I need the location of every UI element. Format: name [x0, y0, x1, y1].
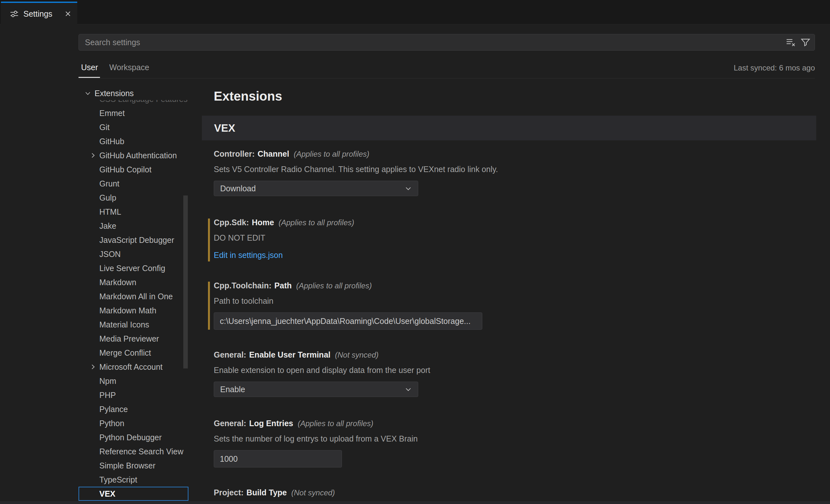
toc-item-typescript[interactable]: TypeScript: [78, 473, 188, 487]
setting-label: Project: Build Type (Not synced): [214, 488, 804, 499]
modified-indicator: [208, 219, 210, 261]
setting-cpp-toolchain-path: Cpp.Toolchain: Path (Applies to all prof…: [202, 281, 804, 330]
setting-description: Sets the number of log entrys to upload …: [214, 434, 804, 445]
setting-project-build-type: Project: Build Type (Not synced): [202, 488, 804, 499]
setting-label: General: Enable User Terminal (Not synce…: [214, 350, 804, 361]
toc-item-microsoft-account[interactable]: Microsoft Account: [78, 360, 188, 374]
setting-label: Cpp.Sdk: Home (Applies to all profiles): [214, 218, 804, 229]
edit-in-settings-json-link: Edit in settings.json: [214, 251, 804, 261]
settings-sliders-icon: [10, 10, 19, 18]
settings-body: Extensions VEX Controller: Channel (Appl…: [202, 87, 816, 501]
chevron-down-icon: [404, 184, 413, 193]
toolchain-path-input[interactable]: [214, 312, 482, 330]
tab-workspace[interactable]: Workspace: [109, 63, 149, 72]
chevron-right-icon: [89, 152, 97, 159]
next-row-edge: [0, 501, 830, 504]
setting-description: Path to toolchain: [214, 296, 804, 307]
setting-description: Sets V5 Controller Radio Channel. This s…: [214, 165, 804, 176]
close-icon[interactable]: [64, 10, 72, 18]
toc-item-emmet[interactable]: Emmet: [78, 106, 188, 120]
toc-section-extensions[interactable]: Extensions: [78, 87, 189, 100]
setting-label: Cpp.Toolchain: Path (Applies to all prof…: [214, 281, 804, 292]
toc-item-material-icons[interactable]: Material Icons: [78, 317, 188, 332]
toc-rows: CSS Language Features Emmet Git GitHub G…: [78, 92, 188, 501]
setting-description: DO NOT EDIT: [214, 233, 804, 244]
setting-description: Enable extension to open and display dat…: [214, 366, 804, 376]
toc-item-git[interactable]: Git: [78, 120, 188, 134]
toc-item-jake[interactable]: Jake: [78, 219, 188, 233]
toc-item-merge-conflict[interactable]: Merge Conflict: [78, 346, 188, 360]
toc-item-pylance[interactable]: Pylance: [78, 402, 188, 416]
tab-title: Settings: [23, 9, 52, 19]
setting-label: General: Log Entries (Applies to all pro…: [214, 419, 804, 430]
search-actions: [786, 37, 810, 48]
setting-general-enable-user-terminal: General: Enable User Terminal (Not synce…: [202, 350, 804, 397]
settings-scope-row: User Workspace Last synced: 6 mos ago: [0, 51, 830, 80]
toc-item-reference-search-view[interactable]: Reference Search View: [78, 444, 188, 459]
toc-item-github-authentication[interactable]: GitHub Authentication: [78, 148, 188, 162]
toc-item-media-previewer[interactable]: Media Previewer: [78, 332, 188, 346]
section-title: VEX: [214, 122, 235, 134]
toc-item-npm[interactable]: Npm: [78, 374, 188, 388]
search-input[interactable]: [79, 34, 786, 50]
toc-item-live-server-config[interactable]: Live Server Config: [78, 261, 188, 275]
toc-item-github[interactable]: GitHub: [78, 134, 188, 148]
modified-indicator: [208, 282, 210, 330]
setting-cpp-sdk-home: Cpp.Sdk: Home (Applies to all profiles) …: [202, 218, 804, 261]
toc-item-python-debugger[interactable]: Python Debugger: [78, 430, 188, 444]
last-synced-status: Last synced: 6 mos ago: [734, 63, 815, 72]
active-tab-underline: [78, 77, 100, 78]
toc-item-html[interactable]: HTML: [78, 205, 188, 219]
clear-search-results-icon[interactable]: [786, 37, 796, 48]
enable-user-terminal-select[interactable]: Enable: [214, 382, 418, 397]
page-title: Extensions: [214, 89, 282, 103]
chevron-down-icon: [84, 89, 92, 97]
tab-user[interactable]: User: [81, 63, 98, 72]
scope-row-divider: [78, 78, 815, 78]
editor-tab-strip: Settings: [0, 0, 830, 24]
toc-item-php[interactable]: PHP: [78, 388, 188, 402]
chevron-down-icon: [404, 385, 413, 394]
toc-item-gulp[interactable]: Gulp: [78, 191, 188, 205]
toc-header-label: Extensions: [95, 89, 134, 98]
setting-controller-channel: Controller: Channel (Applies to all prof…: [202, 149, 804, 196]
toc-item-python[interactable]: Python: [78, 416, 188, 430]
toc-item-markdown-math[interactable]: Markdown Math: [78, 304, 188, 317]
settings-search-bar: [78, 34, 815, 51]
setting-label: Controller: Channel (Applies to all prof…: [214, 149, 804, 160]
filter-icon[interactable]: [800, 37, 810, 48]
toc-item-github-copilot[interactable]: GitHub Copilot: [78, 162, 188, 177]
toc-item-markdown-all-in-one[interactable]: Markdown All in One: [78, 289, 188, 304]
toc-item-grunt[interactable]: Grunt: [78, 177, 188, 191]
toc-item-markdown[interactable]: Markdown: [78, 275, 188, 289]
edit-in-settings-json-link-anchor[interactable]: Edit in settings.json: [214, 251, 283, 259]
toc-item-vex[interactable]: VEX: [78, 487, 188, 501]
channel-select[interactable]: Download: [214, 181, 418, 196]
section-header-strip: VEX: [202, 116, 816, 140]
chevron-right-icon: [89, 363, 97, 371]
settings-tab[interactable]: Settings: [1, 2, 77, 25]
toc-item-json[interactable]: JSON: [78, 247, 188, 261]
toc-item-javascript-debugger[interactable]: JavaScript Debugger: [78, 233, 188, 247]
toc-item-simple-browser[interactable]: Simple Browser: [78, 459, 188, 473]
setting-general-log-entries: General: Log Entries (Applies to all pro…: [202, 419, 804, 468]
log-entries-input[interactable]: [214, 450, 342, 468]
settings-toc-tree: CSS Language Features Emmet Git GitHub G…: [78, 87, 189, 501]
